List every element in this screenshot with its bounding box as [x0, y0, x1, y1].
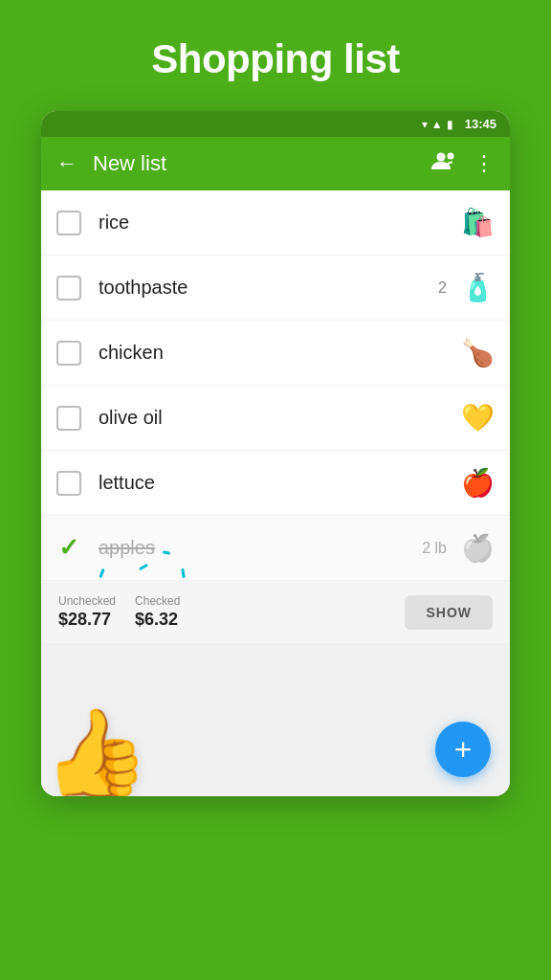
fab-icon: + [454, 734, 473, 765]
checkbox-olive-oil[interactable] [56, 406, 81, 431]
item-icon-toothpaste: 🧴 [460, 272, 495, 303]
header-title: New list [93, 151, 416, 176]
unchecked-section: Unchecked $28.77 [58, 594, 116, 630]
checkbox-lettuce[interactable] [56, 471, 81, 496]
item-icon-rice: 🛍️ [460, 207, 495, 238]
checkbox-chicken[interactable] [56, 341, 81, 366]
svg-point-0 [437, 153, 446, 162]
signal-icon: ▲ [431, 118, 443, 131]
people-icon[interactable] [431, 150, 456, 177]
status-time: 13:45 [465, 117, 496, 131]
item-name-apples: apples [99, 537, 422, 559]
item-icon-lettuce: 🍎 [460, 467, 495, 499]
battery-icon: ▮ [447, 118, 453, 131]
list-item-checked: ✓ apples 2 lb 🍏 [41, 516, 510, 581]
checked-section: Checked $6.32 [135, 594, 180, 630]
item-name-rice: rice [99, 212, 447, 234]
item-name-chicken: chicken [99, 342, 447, 364]
svg-point-1 [448, 153, 454, 160]
back-button[interactable]: ← [56, 151, 77, 176]
item-icon-chicken: 🍗 [460, 337, 495, 368]
item-name-olive-oil: olive oil [99, 407, 447, 429]
thumbs-up-icon: 👍 [41, 705, 152, 796]
bottom-area: 👍 + [41, 643, 510, 796]
checkbox-toothpaste[interactable] [56, 276, 81, 301]
app-header: ← New list ⋮ [41, 137, 510, 190]
list-footer: Unchecked $28.77 Checked $6.32 SHOW [41, 581, 510, 643]
checked-amount: $6.32 [135, 610, 180, 630]
fab-button[interactable]: + [435, 722, 491, 777]
checked-label: Checked [135, 594, 180, 608]
unchecked-amount: $28.77 [58, 610, 116, 630]
item-name-lettuce: lettuce [99, 472, 447, 494]
checkbox-rice[interactable] [56, 211, 81, 235]
phone-frame: ▾ ▲ ▮ 13:45 ← New list ⋮ r [41, 111, 510, 796]
list-item: toothpaste 2 🧴 [41, 256, 510, 321]
item-icon-apples: 🍏 [460, 532, 495, 564]
item-icon-olive-oil: 💛 [460, 402, 495, 434]
status-bar: ▾ ▲ ▮ 13:45 [41, 111, 510, 137]
list-item: chicken 🍗 [41, 321, 510, 386]
more-icon[interactable]: ⋮ [474, 151, 495, 176]
wifi-icon: ▾ [422, 118, 428, 131]
list-item: rice 🛍️ [41, 190, 510, 256]
list-item: lettuce 🍎 [41, 451, 510, 516]
item-qty-toothpaste: 2 [438, 279, 447, 297]
show-button[interactable]: SHOW [405, 595, 493, 630]
unchecked-label: Unchecked [58, 594, 116, 608]
list-item: olive oil 💛 [41, 386, 510, 451]
list-container: rice 🛍️ toothpaste 2 🧴 chicken 🍗 olive o… [41, 190, 510, 581]
item-name-toothpaste: toothpaste [99, 277, 438, 299]
page-title: Shopping list [0, 0, 551, 111]
item-qty-apples: 2 lb [422, 540, 447, 557]
checkbox-apples[interactable]: ✓ [56, 536, 81, 561]
